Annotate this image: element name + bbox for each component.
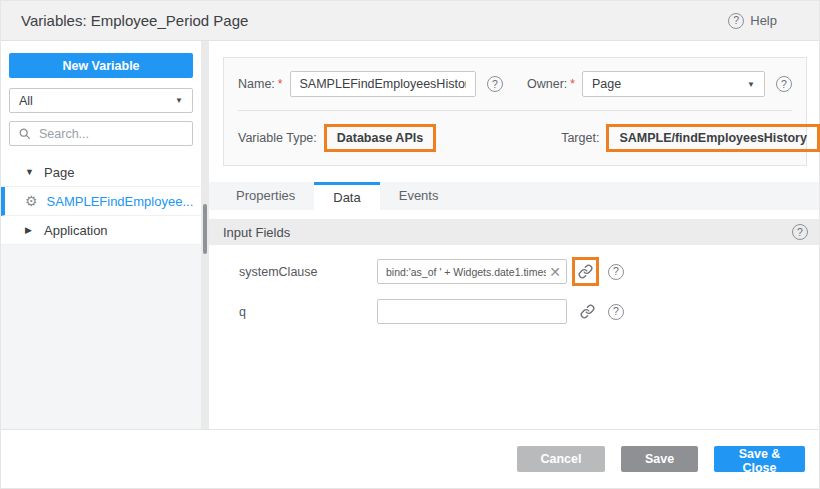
tree-group-application-label: Application <box>44 223 108 238</box>
caret-down-icon: ▼ <box>175 96 183 105</box>
variable-type-label: Variable Type: <box>238 131 317 145</box>
dialog-footer: Cancel Save Save & Close <box>1 429 819 488</box>
tab-properties[interactable]: Properties <box>217 182 314 210</box>
input-fields-header: Input Fields ? <box>209 219 819 245</box>
required-marker: * <box>278 77 283 91</box>
service-variable-icon: ⚙ <box>25 193 38 209</box>
target-value-highlighted: SAMPLE/findEmployeesHistory <box>606 124 820 152</box>
cancel-button[interactable]: Cancel <box>517 446 605 472</box>
name-label: Name: <box>238 77 275 91</box>
search-input[interactable] <box>37 126 184 142</box>
tree-group-application[interactable]: ▶ Application <box>1 216 201 245</box>
detail-tabs: Properties Data Events <box>209 182 819 210</box>
variable-detail-panel: Name: * ? Owner: * Page ▼ ? <box>209 41 819 429</box>
owner-label: Owner: <box>527 77 567 91</box>
input-fields-list: systemClause ✕ ? q <box>209 245 819 337</box>
tab-events[interactable]: Events <box>380 182 458 210</box>
tree-item-selected-variable[interactable]: ⚙ SAMPLEFindEmployee... <box>1 187 201 216</box>
caret-down-icon: ▼ <box>747 80 755 89</box>
q-help-icon[interactable]: ? <box>608 304 624 320</box>
field-row-systemclause: systemClause ✕ ? <box>239 257 819 286</box>
save-and-close-button[interactable]: Save & Close <box>714 446 805 472</box>
required-marker: * <box>570 77 575 91</box>
new-variable-button[interactable]: New Variable <box>9 53 193 78</box>
variables-sidebar: New Variable All ▼ ▼ Page ⚙ SAMPLEFindEm… <box>1 41 201 429</box>
tree-group-page[interactable]: ▼ Page <box>1 158 201 187</box>
search-icon <box>18 127 31 140</box>
systemclause-label: systemClause <box>239 265 377 279</box>
tab-data[interactable]: Data <box>314 182 379 219</box>
save-button[interactable]: Save <box>621 446 698 472</box>
help-link[interactable]: ? Help <box>728 13 777 29</box>
variable-filter-select[interactable]: All ▼ <box>9 88 193 113</box>
systemclause-help-icon[interactable]: ? <box>608 264 624 280</box>
help-label: Help <box>750 13 777 28</box>
q-input[interactable] <box>384 305 562 319</box>
target-label: Target: <box>561 131 599 145</box>
variable-filter-value: All <box>19 94 33 108</box>
page-title: Variables: Employee_Period Page <box>21 12 248 29</box>
tree-group-page-label: Page <box>44 165 74 180</box>
owner-select[interactable]: Page ▼ <box>582 71 765 97</box>
variables-tree: ▼ Page ⚙ SAMPLEFindEmployee... ▶ Applica… <box>1 158 201 245</box>
help-circle-icon: ? <box>728 13 744 29</box>
scrollbar-thumb[interactable] <box>203 204 207 254</box>
triangle-right-icon[interactable]: ▶ <box>25 225 35 235</box>
clear-binding-icon[interactable]: ✕ <box>548 265 562 279</box>
panel-divider <box>238 110 792 111</box>
field-row-q: q ? <box>239 299 819 324</box>
link-icon <box>580 304 595 319</box>
variable-search[interactable] <box>9 121 193 146</box>
tree-item-label: SAMPLEFindEmployee... <box>47 194 194 209</box>
variable-summary-panel: Name: * ? Owner: * Page ▼ ? <box>223 57 807 166</box>
link-icon <box>578 264 593 279</box>
variable-type-value-highlighted: Database APIs <box>324 124 436 152</box>
variables-dialog: Variables: Employee_Period Page ? Help N… <box>0 0 820 489</box>
q-bind-button[interactable] <box>575 300 599 324</box>
vertical-scrollbar[interactable] <box>201 41 209 429</box>
input-fields-title: Input Fields <box>223 225 290 240</box>
systemclause-input[interactable] <box>384 265 548 279</box>
systemclause-bind-button-highlighted[interactable] <box>572 257 599 286</box>
owner-help-icon[interactable]: ? <box>776 76 792 92</box>
name-help-icon[interactable]: ? <box>487 76 503 92</box>
name-input[interactable] <box>290 71 477 97</box>
q-label: q <box>239 305 377 319</box>
owner-value: Page <box>592 77 621 91</box>
input-fields-help-icon[interactable]: ? <box>792 224 808 240</box>
systemclause-input-wrap: ✕ <box>377 259 567 284</box>
q-input-wrap <box>377 299 567 324</box>
sidebar-empty-area <box>1 245 201 429</box>
triangle-down-icon[interactable]: ▼ <box>25 167 35 177</box>
dialog-header: Variables: Employee_Period Page ? Help <box>1 1 819 41</box>
